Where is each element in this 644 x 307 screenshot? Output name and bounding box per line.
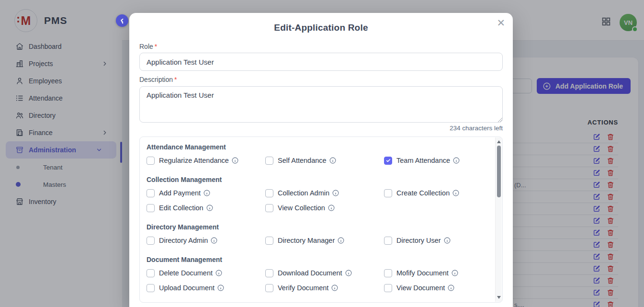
- permission-label: Mofify Document: [396, 269, 449, 277]
- permission-grid: Delete DocumentDownload DocumentMofify D…: [147, 268, 488, 293]
- permission-label: Download Document: [278, 269, 342, 277]
- checkbox[interactable]: [147, 237, 155, 245]
- scroll-up-arrow-icon[interactable]: [497, 140, 501, 143]
- permission-delete-document[interactable]: Delete Document: [147, 268, 265, 278]
- permission-label: Upload Document: [159, 284, 215, 292]
- checkbox[interactable]: [147, 157, 155, 165]
- permissions-list: Attendance ManagementRegularize Attendan…: [140, 137, 502, 293]
- checkbox[interactable]: [147, 284, 155, 292]
- checkbox[interactable]: [265, 237, 273, 245]
- characters-left-counter: 234 characters left: [450, 125, 503, 132]
- permission-verify-document[interactable]: Verify Document: [265, 283, 384, 293]
- checkbox[interactable]: [384, 269, 392, 277]
- info-icon[interactable]: [206, 205, 213, 211]
- permission-label: View Collection: [278, 204, 325, 212]
- scroll-down-arrow-icon[interactable]: [497, 296, 501, 299]
- info-icon[interactable]: [211, 237, 217, 244]
- edit-application-role-modal: Edit-Application Role ✕ Role* Descriptio…: [129, 13, 513, 307]
- permission-edit-collection[interactable]: Edit Collection: [147, 203, 265, 213]
- info-icon[interactable]: [453, 157, 460, 164]
- checkbox[interactable]: [147, 269, 155, 277]
- permission-regularize-attendance[interactable]: Regularize Attendance: [147, 156, 265, 165]
- permission-add-payment[interactable]: Add Payment: [147, 188, 265, 198]
- checkbox[interactable]: [265, 204, 273, 212]
- permission-create-collection[interactable]: Create Collection: [384, 188, 488, 198]
- info-icon[interactable]: [444, 237, 451, 244]
- permission-directory-admin[interactable]: Directory Admin: [147, 236, 265, 245]
- close-icon[interactable]: ✕: [497, 18, 505, 28]
- scrollbar[interactable]: [495, 137, 502, 302]
- permission-label: View Document: [396, 284, 445, 292]
- info-icon[interactable]: [332, 190, 339, 196]
- permission-section-collection-management: Collection ManagementAdd PaymentCollecti…: [147, 176, 488, 213]
- permission-label: Directory Admin: [159, 237, 208, 244]
- info-icon[interactable]: [203, 190, 210, 196]
- permission-download-document[interactable]: Download Document: [265, 268, 384, 278]
- checkbox[interactable]: [147, 189, 155, 197]
- info-icon[interactable]: [217, 284, 224, 291]
- permission-label: Edit Collection: [159, 204, 203, 212]
- permission-grid: Add PaymentCollection AdminCreate Collec…: [147, 188, 488, 213]
- info-icon[interactable]: [328, 205, 335, 211]
- info-icon[interactable]: [215, 270, 222, 276]
- info-icon[interactable]: [232, 157, 238, 164]
- permission-collection-admin[interactable]: Collection Admin: [265, 188, 384, 198]
- info-icon[interactable]: [452, 270, 458, 276]
- required-asterisk: *: [174, 76, 177, 83]
- permission-view-document[interactable]: View Document: [384, 283, 488, 293]
- permission-directory-manager[interactable]: Directory Manager: [265, 236, 384, 245]
- permission-grid: Regularize AttendanceSelf AttendanceTeam…: [147, 156, 488, 165]
- permission-label: Create Collection: [396, 189, 450, 197]
- permission-section-title: Document Management: [147, 256, 488, 264]
- checkbox[interactable]: [265, 189, 273, 197]
- modal-title: Edit-Application Role: [129, 23, 513, 33]
- checkbox-checked[interactable]: [384, 157, 392, 165]
- permission-team-attendance[interactable]: Team Attendance: [384, 156, 488, 165]
- role-input[interactable]: [139, 53, 503, 71]
- info-icon[interactable]: [329, 157, 336, 164]
- permission-view-collection[interactable]: View Collection: [265, 203, 384, 213]
- permission-section-attendance-management: Attendance ManagementRegularize Attendan…: [147, 143, 488, 165]
- info-icon[interactable]: [448, 284, 454, 291]
- info-icon[interactable]: [338, 237, 344, 244]
- permission-label: Directory User: [396, 237, 441, 244]
- checkbox[interactable]: [384, 237, 392, 245]
- scrollbar-thumb[interactable]: [497, 146, 501, 197]
- permission-section-directory-management: Directory ManagementDirectory AdminDirec…: [147, 223, 488, 245]
- permission-label: Self Attendance: [278, 157, 327, 164]
- permissions-panel: Attendance ManagementRegularize Attendan…: [139, 136, 503, 303]
- app-screen: M PMS DashboardProjectsEmployeesAttendan…: [0, 0, 644, 307]
- permission-label: Collection Admin: [278, 189, 329, 197]
- checkbox[interactable]: [384, 284, 392, 292]
- checkbox[interactable]: [265, 284, 273, 292]
- permission-label: Verify Document: [278, 284, 328, 292]
- info-icon[interactable]: [452, 190, 459, 196]
- permission-section-title: Attendance Management: [147, 143, 488, 152]
- checkbox[interactable]: [265, 269, 273, 277]
- permission-upload-document[interactable]: Upload Document: [147, 283, 265, 293]
- permission-label: Directory Manager: [278, 237, 335, 244]
- info-icon[interactable]: [331, 284, 338, 291]
- checkbox[interactable]: [265, 157, 273, 165]
- permission-label: Delete Document: [159, 269, 213, 277]
- permission-section-title: Directory Management: [147, 223, 488, 232]
- role-field-label: Role*: [139, 43, 157, 50]
- sidebar-collapse-button[interactable]: [116, 14, 128, 27]
- chevron-left-icon: [119, 17, 125, 24]
- permission-mofify-document[interactable]: Mofify Document: [384, 268, 488, 278]
- checkbox[interactable]: [147, 204, 155, 212]
- permission-label: Team Attendance: [396, 157, 450, 164]
- checkbox[interactable]: [384, 189, 392, 197]
- permission-self-attendance[interactable]: Self Attendance: [265, 156, 384, 165]
- permission-section-title: Collection Management: [147, 176, 488, 184]
- permission-label: Regularize Attendance: [159, 157, 229, 164]
- permission-section-document-management: Document ManagementDelete DocumentDownlo…: [147, 256, 488, 293]
- info-icon[interactable]: [345, 270, 352, 276]
- permission-grid: Directory AdminDirectory ManagerDirector…: [147, 236, 488, 245]
- permission-label: Add Payment: [159, 189, 201, 197]
- description-textarea[interactable]: Application Test User: [139, 86, 503, 123]
- description-field-label: Description*: [139, 76, 177, 83]
- required-asterisk: *: [155, 43, 157, 50]
- permission-directory-user[interactable]: Directory User: [384, 236, 488, 245]
